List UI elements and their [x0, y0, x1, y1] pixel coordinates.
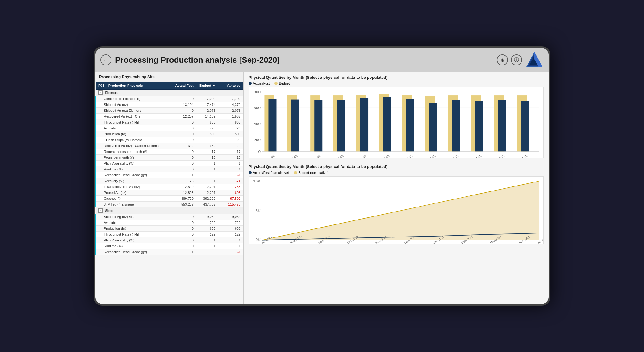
- svg-text:0K: 0K: [255, 238, 261, 241]
- row-label: Available (hr): [96, 125, 171, 131]
- row-label: Crushed (t): [96, 196, 171, 202]
- row-variance: 1: [218, 166, 243, 172]
- table-row[interactable]: Shipped Ag (oz) Elsmere02,0752,075: [96, 108, 243, 114]
- chart2-section: Physical Quantities by Month (Select a p…: [249, 164, 544, 244]
- row-label: Recovery (%): [96, 178, 171, 184]
- row-actual: 0: [171, 214, 196, 220]
- info-button[interactable]: ⓘ: [511, 54, 522, 65]
- table-row[interactable]: Recovered Au (oz) - Ore12,20714,1691,962: [96, 114, 243, 119]
- table-container[interactable]: P03 – Production Physicals Actual/Fcst B…: [95, 82, 243, 304]
- table-row[interactable]: Plant Availability (%)011: [96, 161, 243, 166]
- row-actual: 0: [171, 237, 196, 243]
- table-row[interactable]: Total Recovered Au (oz)12,54912,291-258: [96, 184, 243, 190]
- col-header-name: P03 – Production Physicals: [96, 82, 171, 90]
- row-actual: 0: [171, 226, 196, 232]
- row-budget: 12,291: [196, 190, 218, 196]
- table-row[interactable]: Recovery (%)751-74: [96, 178, 243, 184]
- chart1-legend-actual: Actual/Fcst: [249, 82, 270, 85]
- row-label: Runtime (%): [96, 243, 171, 249]
- row-actual: 0: [171, 149, 196, 155]
- table-row[interactable]: Shipped Au (oz)13,10417,4744,370: [96, 102, 243, 108]
- table-row[interactable]: Production (hr)0656656: [96, 226, 243, 232]
- row-variance: 25: [218, 137, 243, 143]
- table-row[interactable]: Plant Availability (%)011: [96, 237, 243, 243]
- row-variance: -603: [218, 190, 243, 196]
- row-variance: 720: [218, 125, 243, 131]
- row-variance: 1: [218, 237, 243, 243]
- row-label: Poured Au (oz): [96, 190, 171, 196]
- table-row[interactable]: Throughput Rate (t) Mill0129129: [96, 232, 243, 237]
- header: ← Processing Production analysis [Sep-20…: [95, 48, 549, 72]
- row-variance: -74: [218, 178, 243, 184]
- table-row[interactable]: 3. Milled (t) Elsmere553,237437,762-115,…: [96, 202, 243, 207]
- table-row[interactable]: Runtime (%)011: [96, 166, 243, 172]
- row-actual: 13,104: [171, 102, 196, 108]
- row-label: Reconciled Head Grade (g/t): [96, 249, 171, 255]
- row-budget: 12,291: [196, 184, 218, 190]
- row-label: Production (hr): [96, 131, 171, 137]
- table-row[interactable]: Recovered Au (oz) - Carbon Column3423622…: [96, 143, 243, 149]
- row-actual: 0: [171, 96, 196, 102]
- row-actual: 0: [171, 161, 196, 166]
- row-actual: 0: [171, 232, 196, 237]
- table-row[interactable]: Crushed (t)489,729392,222-97,507: [96, 196, 243, 202]
- content: Processing Physicals by Site P03 – Produ…: [95, 72, 549, 304]
- chart2-legend: Actual/Fcst (cumulative) Budget (cumulat…: [249, 171, 544, 174]
- row-variance: 865: [218, 119, 243, 125]
- row-budget: 720: [196, 220, 218, 226]
- table-row[interactable]: Available (hr)0720720: [96, 125, 243, 131]
- row-label: Shipped Au (oz): [96, 102, 171, 108]
- row-actual: 0: [171, 119, 196, 125]
- row-budget: 392,222: [196, 196, 218, 202]
- row-variance: -1: [218, 249, 243, 255]
- row-budget: 1: [196, 178, 218, 184]
- table-row[interactable]: Reconciled Head Grade (g/t)10-1: [96, 249, 243, 255]
- row-variance: 1,962: [218, 114, 243, 119]
- row-budget: 865: [196, 119, 218, 125]
- row-variance: 129: [218, 232, 243, 237]
- header-icons: ⊕ ⓘ: [497, 51, 544, 69]
- table-row[interactable]: Regenerations per month (#)01717: [96, 149, 243, 155]
- table-row[interactable]: Runtime (%)011: [96, 243, 243, 249]
- row-budget: 2,075: [196, 108, 218, 114]
- svg-text:10K: 10K: [253, 179, 261, 183]
- col-header-budget: Budget ▼: [196, 82, 218, 90]
- left-panel-title: Processing Physicals by Site: [95, 72, 243, 82]
- row-variance: 720: [218, 220, 243, 226]
- table-row[interactable]: Production (hr)0506506: [96, 131, 243, 137]
- table-row[interactable]: Poured Au (oz)12,89312,291-603: [96, 190, 243, 196]
- chart1-legend-budget: Budget: [274, 82, 290, 85]
- table-row[interactable]: Shipped Ag (oz) Sisto09,0699,069: [96, 214, 243, 220]
- row-variance: -1: [218, 172, 243, 178]
- row-actual: 0: [171, 137, 196, 143]
- row-label: Elution Strips (#) Elsmere: [96, 137, 171, 143]
- row-budget: 7,700: [196, 96, 218, 102]
- table-row[interactable]: Reconciled Head Grade (g/t)10-1: [96, 172, 243, 178]
- table-row[interactable]: Elution Strips (#) Elsmere02525: [96, 137, 243, 143]
- row-variance: 7,700: [218, 96, 243, 102]
- table-row[interactable]: Available (hr)0720720: [96, 220, 243, 226]
- filter-button[interactable]: ⊕: [497, 54, 508, 65]
- logo: [525, 51, 544, 69]
- row-label: Total Recovered Au (oz): [96, 184, 171, 190]
- row-budget: 1: [196, 243, 218, 249]
- row-variance: 20: [218, 143, 243, 149]
- page-title: Processing Production analysis [Sep-2020…: [115, 55, 493, 65]
- table-row[interactable]: Concentrate Flotation (t)07,7007,700: [96, 96, 243, 102]
- chart1-area: 800 600 400 200 0 Jul-2020Aug-2020Sep-20…: [249, 87, 544, 158]
- back-button[interactable]: ←: [100, 54, 111, 65]
- row-actual: 12,207: [171, 114, 196, 119]
- col-header-actual: Actual/Fcst: [171, 82, 196, 90]
- table-row[interactable]: Pours per month (#)01515: [96, 155, 243, 161]
- row-label: Regenerations per month (#): [96, 149, 171, 155]
- row-budget: 720: [196, 125, 218, 131]
- row-variance: 4,370: [218, 102, 243, 108]
- row-actual: 0: [171, 155, 196, 161]
- row-variance: 656: [218, 226, 243, 232]
- row-actual: 1: [171, 172, 196, 178]
- left-panel: Processing Physicals by Site P03 – Produ…: [95, 72, 244, 304]
- table-row[interactable]: Throughput Rate (t) Mill0865865: [96, 119, 243, 125]
- row-variance: 1: [218, 161, 243, 166]
- row-label: Throughput Rate (t) Mill: [96, 232, 171, 237]
- row-actual: 12,893: [171, 190, 196, 196]
